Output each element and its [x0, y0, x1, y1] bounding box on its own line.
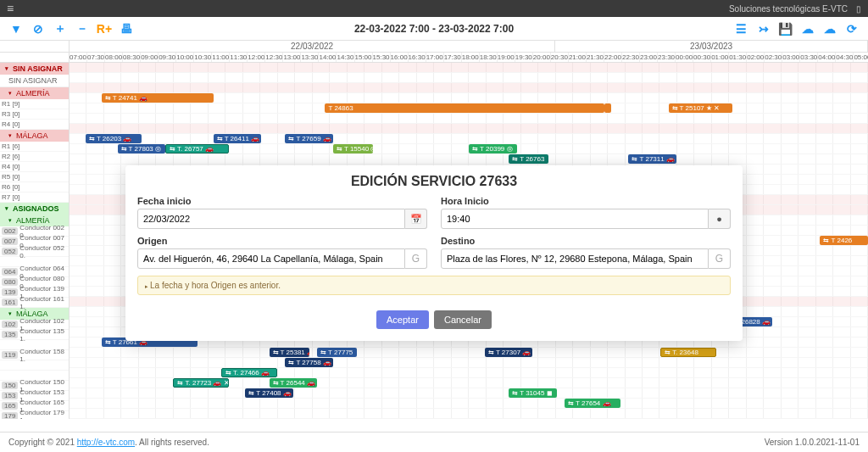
gantt-row: ⇆ T 24741 🚗: [70, 93, 868, 103]
sidebar-item[interactable]: R7 [0]: [0, 193, 69, 203]
user-icon[interactable]: ▯: [856, 4, 861, 14]
upload-icon[interactable]: ☁: [798, 20, 817, 38]
gantt-bar[interactable]: ⇆ T. 26757 🚗: [165, 144, 229, 153]
hour-cell: 19:00: [498, 53, 515, 62]
hour-cell: 22:30: [622, 53, 640, 62]
branch-icon[interactable]: ↣: [754, 20, 773, 38]
sidebar-item[interactable]: R6 [0]: [0, 182, 69, 193]
hour-cell: 12:00: [248, 53, 265, 62]
menu-icon[interactable]: ≡: [7, 2, 14, 15]
gantt-row: [70, 73, 868, 83]
filter-icon[interactable]: ▼: [7, 20, 25, 38]
gantt-bar[interactable]: T 24863: [325, 103, 604, 113]
list-icon[interactable]: ☰: [732, 20, 751, 38]
sidebar-item[interactable]: SIN ASIGNAR: [0, 75, 69, 87]
gantt-bar[interactable]: ⇆ T 24741 🚗: [102, 93, 214, 103]
gantt-bar[interactable]: ⇆ T. 27723 🚗 ✕: [173, 378, 229, 388]
block-icon[interactable]: ⊘: [29, 20, 47, 38]
gantt-row: ⇆ T 25381 🚗⇆ T 27775⇆ T 27307 🚗⇆ T. 2364…: [70, 348, 868, 358]
save-icon[interactable]: 💾: [776, 20, 795, 38]
cancel-button[interactable]: Cancelar: [434, 310, 492, 329]
gantt-bar[interactable]: ⇆ T. 23648: [660, 348, 716, 357]
gantt-bar[interactable]: ⇆ T 27758 🚗 ✕: [285, 358, 333, 367]
sidebar-item[interactable]: R1 [6]: [0, 142, 69, 152]
gantt-bar[interactable]: ⇆ T 25107 ★ ✕: [669, 103, 732, 113]
gantt-row: [70, 114, 868, 124]
minus-icon[interactable]: －: [73, 20, 92, 38]
hour-cell: 00:00: [676, 53, 693, 62]
gantt-bar[interactable]: ⇆ T 27311 🚗: [628, 154, 676, 164]
toolbar: ▼ ⊘ ＋ － R+ 🖶 22-03-2022 7:00 - 23-03-202…: [0, 17, 868, 41]
gantt-row: T 24863⇆ T 25107 ★ ✕: [70, 103, 868, 114]
sidebar-item[interactable]: ▾SIN ASIGNAR: [0, 63, 69, 75]
hour-cell: 11:30: [230, 53, 248, 62]
gantt-bar[interactable]: ⇆ T 31045 ◼: [509, 388, 557, 398]
download-icon[interactable]: ☁: [821, 20, 839, 38]
time-icon[interactable]: ●: [709, 209, 731, 229]
hour-cell: 13:00: [283, 53, 301, 62]
hour-cell: 08:00: [105, 53, 123, 62]
hour-cell: 19:30: [515, 53, 533, 62]
sidebar-item[interactable]: ▾MÁLAGA: [0, 130, 69, 142]
label-fecha: Fecha inicio: [137, 196, 427, 206]
modal: EDICIÓN SERVICIO 27633 Fecha inicio 📅 Ho…: [125, 165, 743, 341]
gantt-row: ⇆ T 27803 ◎⇆ T. 26757 🚗⇆ T 15540 ◎⇆ T 20…: [70, 144, 868, 154]
hora-input[interactable]: [441, 209, 709, 229]
sidebar-item[interactable]: 135Conductor 135 1.: [0, 330, 69, 340]
gantt-row: ⇆ T 27654 🚗: [70, 399, 868, 409]
accept-button[interactable]: Aceptar: [376, 310, 429, 329]
gantt-bar[interactable]: ⇆ T 27775: [317, 348, 357, 357]
destino-g-icon[interactable]: G: [709, 248, 731, 269]
hour-cell: 16:30: [409, 53, 426, 62]
sidebar-item[interactable]: 119Conductor 158 1.: [0, 350, 69, 360]
sidebar-item[interactable]: 052Conductor 052 0.: [0, 247, 69, 257]
sidebar-item[interactable]: 161Conductor 161 1.: [0, 298, 69, 308]
gantt-bar[interactable]: ⇆ T 26544 🚗: [270, 378, 318, 388]
gantt-row: [70, 63, 868, 73]
gantt-bar[interactable]: ⇆ T 26203 🚗: [86, 134, 142, 143]
gantt-bar[interactable]: ⇆ T 26411 🚗: [214, 134, 262, 143]
hour-cell: 03:00: [782, 53, 800, 62]
fecha-input[interactable]: [137, 209, 405, 229]
sidebar-item[interactable]: R5 [0]: [0, 172, 69, 182]
sidebar-item[interactable]: R3 [0]: [0, 109, 69, 120]
refresh-icon[interactable]: ⟳: [843, 20, 861, 38]
gantt-bar[interactable]: ⇆ T 27408 🚗: [245, 388, 293, 398]
print-icon[interactable]: 🖶: [117, 20, 136, 38]
hour-cell: 20:30: [551, 53, 569, 62]
hour-cell: 13:30: [301, 53, 319, 62]
gantt-bar[interactable]: ⇆ T 15540 ◎: [333, 144, 373, 153]
gantt-bar[interactable]: ⇆ T 27803 ◎: [118, 144, 166, 153]
gantt-row: ⇆ T. 27466 🚗: [70, 368, 868, 378]
origen-g-icon[interactable]: G: [405, 248, 427, 269]
hour-cell: 09:00: [141, 53, 159, 62]
origen-input[interactable]: [137, 248, 405, 269]
hour-cell: 15:00: [355, 53, 373, 62]
gantt-bar[interactable]: ⇆ T 27654 🚗: [565, 399, 620, 408]
label-hora: Hora Inicio: [441, 196, 731, 206]
add-icon[interactable]: ＋: [51, 20, 70, 38]
hour-cell: 12:30: [265, 53, 283, 62]
calendar-icon[interactable]: 📅: [405, 209, 427, 229]
sidebar-item[interactable]: R4 [0]: [0, 162, 69, 172]
gantt-bar[interactable]: [604, 103, 611, 113]
sidebar-item[interactable]: R1 [9]: [0, 99, 69, 109]
sidebar-item[interactable]: R4 [0]: [0, 120, 69, 130]
sidebar-item[interactable]: R2 [6]: [0, 152, 69, 162]
gantt-bar[interactable]: ⇆ T 20399 ◎: [469, 144, 517, 153]
gantt-bar[interactable]: ⇆ T 26763: [509, 154, 548, 164]
sidebar-item[interactable]: ▾ALMERÍA: [0, 87, 69, 99]
gantt-bar[interactable]: ⇆ T. 27466 🚗: [221, 368, 277, 377]
gantt-bar[interactable]: ⇆ T 27659 🚗 ✕: [285, 134, 333, 143]
gantt-bar[interactable]: ⇆ T 2426: [820, 236, 868, 245]
destino-input[interactable]: [441, 248, 709, 269]
hour-cell: 02:00: [747, 53, 765, 62]
gantt-bar[interactable]: ⇆ T 25381 🚗: [270, 348, 309, 357]
hour-cell: 09:30: [159, 53, 176, 62]
hour-cell: 18:00: [462, 53, 480, 62]
hour-cell: 07:00: [70, 53, 87, 62]
sidebar-item[interactable]: ▾ASIGNADOS: [0, 203, 69, 215]
rplus-icon[interactable]: R+: [95, 20, 114, 38]
gantt-bar[interactable]: ⇆ T 27307 🚗: [485, 348, 533, 357]
hour-cell: 15:30: [373, 53, 391, 62]
